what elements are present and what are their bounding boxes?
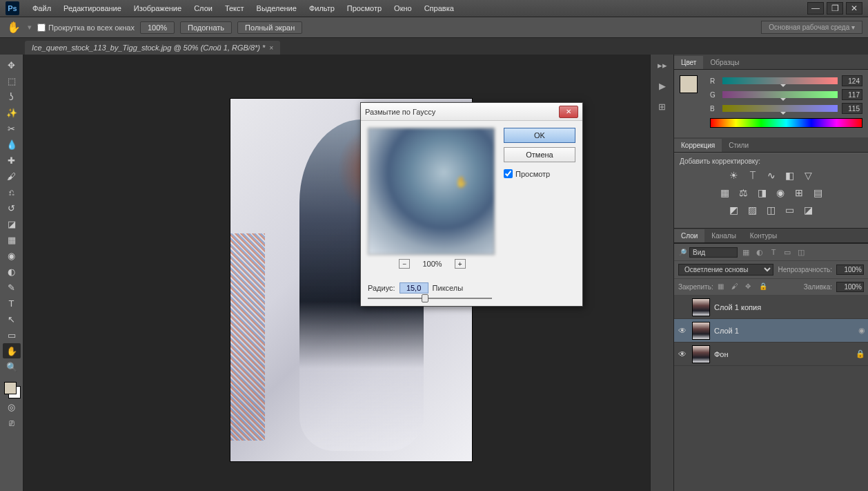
menu-window[interactable]: Окно xyxy=(388,4,418,12)
layer-filter-kind[interactable] xyxy=(689,247,738,258)
filter-smart-icon[interactable]: ◫ xyxy=(796,247,807,258)
hand-tool[interactable]: ✋ xyxy=(3,343,21,358)
layer-row[interactable]: 👁 Слой 1 ◉ xyxy=(674,319,868,343)
slider-thumb[interactable] xyxy=(422,294,428,302)
tab-color[interactable]: Цвет xyxy=(674,56,703,69)
filter-type-icon[interactable]: T xyxy=(768,247,779,258)
blend-mode-select[interactable]: Осветление основы xyxy=(678,264,773,276)
menu-help[interactable]: Справка xyxy=(418,4,460,12)
menu-file[interactable]: Файл xyxy=(26,4,57,12)
layer-name[interactable]: Слой 1 копия xyxy=(714,303,865,311)
tab-paths[interactable]: Контуры xyxy=(743,229,784,242)
lock-transparency-icon[interactable]: ▦ xyxy=(718,282,727,292)
curves-icon[interactable]: ∿ xyxy=(765,169,778,182)
levels-icon[interactable]: ⟙ xyxy=(747,169,759,182)
foreground-color[interactable] xyxy=(4,382,17,394)
preview-area[interactable]: ✋ xyxy=(368,128,495,255)
move-tool[interactable]: ✥ xyxy=(3,57,21,73)
selective-icon[interactable]: ◪ xyxy=(802,204,815,216)
hue-icon[interactable]: ▦ xyxy=(718,186,731,199)
color-swatch[interactable] xyxy=(3,381,21,398)
stamp-tool[interactable]: ⎌ xyxy=(3,184,21,200)
lookup-icon[interactable]: ▤ xyxy=(811,186,824,199)
ok-button[interactable]: OK xyxy=(504,128,575,143)
posterize-icon[interactable]: ▨ xyxy=(747,204,759,216)
lasso-tool[interactable]: ʖ xyxy=(3,89,21,104)
pen-tool[interactable]: ✎ xyxy=(3,280,21,295)
layer-thumbnail[interactable] xyxy=(692,322,710,340)
layer-row[interactable]: 👁 Фон 🔒 xyxy=(674,343,868,366)
dialog-titlebar[interactable]: Размытие по Гауссу ✕ xyxy=(361,103,582,121)
close-button[interactable]: ✕ xyxy=(846,2,862,15)
b-slider[interactable] xyxy=(722,105,838,112)
layer-name[interactable]: Фон xyxy=(714,350,851,358)
tab-styles[interactable]: Стили xyxy=(722,139,756,152)
menu-layers[interactable]: Слои xyxy=(188,4,219,12)
menu-view[interactable]: Просмотр xyxy=(341,4,388,12)
layer-thumbnail[interactable] xyxy=(692,345,710,363)
dialog-close-button[interactable]: ✕ xyxy=(559,106,578,118)
zoom-100-button[interactable]: 100% xyxy=(140,21,175,34)
minimize-button[interactable]: — xyxy=(807,2,824,15)
lock-pixels-icon[interactable]: 🖌 xyxy=(731,282,741,292)
cancel-button[interactable]: Отмена xyxy=(504,147,575,162)
menu-image[interactable]: Изображение xyxy=(128,4,188,12)
maximize-button[interactable]: ❐ xyxy=(827,2,843,15)
color-ramp[interactable] xyxy=(710,118,862,128)
radius-slider[interactable] xyxy=(368,298,492,299)
history-brush-tool[interactable]: ↺ xyxy=(3,200,21,215)
layer-row[interactable]: Слой 1 копия xyxy=(674,296,868,319)
dodge-tool[interactable]: ◐ xyxy=(3,264,21,279)
filter-adj-icon[interactable]: ◐ xyxy=(754,247,765,258)
bw-icon[interactable]: ◨ xyxy=(756,186,768,199)
photofilter-icon[interactable]: ◉ xyxy=(774,186,787,199)
document-tab[interactable]: Ice_queen_stock_113_by_Tigg_stock.jpg @ … xyxy=(25,41,280,55)
screenmode-tool[interactable]: ⎚ xyxy=(3,415,21,430)
fit-button[interactable]: Подогнать xyxy=(180,21,232,34)
shape-tool[interactable]: ▭ xyxy=(3,327,21,343)
mixer-icon[interactable]: ⊞ xyxy=(793,186,805,199)
fullscreen-button[interactable]: Полный экран xyxy=(237,21,302,34)
zoom-in-button[interactable]: + xyxy=(455,259,466,269)
filter-shape-icon[interactable]: ▭ xyxy=(782,247,793,258)
exposure-icon[interactable]: ◧ xyxy=(784,169,796,182)
brush-tool[interactable]: 🖌 xyxy=(3,169,21,184)
threshold-icon[interactable]: ◫ xyxy=(765,204,778,216)
brightness-icon[interactable]: ☀ xyxy=(728,169,740,182)
opacity-input[interactable] xyxy=(836,264,864,275)
hand-tool-icon[interactable]: ✋ xyxy=(6,21,22,35)
visibility-toggle[interactable]: 👁 xyxy=(677,349,688,359)
foreground-swatch[interactable] xyxy=(680,75,698,93)
gradmap-icon[interactable]: ▭ xyxy=(784,204,796,216)
lock-position-icon[interactable]: ✥ xyxy=(745,282,755,292)
actions-icon[interactable]: ▶ xyxy=(655,78,670,93)
properties-icon[interactable]: ⊞ xyxy=(655,99,670,114)
tab-layers[interactable]: Слои xyxy=(674,229,704,242)
vibrance-icon[interactable]: ▽ xyxy=(802,169,815,182)
blur-tool[interactable]: ◉ xyxy=(3,248,21,263)
quickmask-tool[interactable]: ◎ xyxy=(3,399,21,414)
b-value[interactable] xyxy=(842,103,862,114)
r-value[interactable] xyxy=(842,75,862,86)
tab-channels[interactable]: Каналы xyxy=(704,229,743,242)
invert-icon[interactable]: ◩ xyxy=(728,204,740,216)
wand-tool[interactable]: ✨ xyxy=(3,105,21,120)
close-icon[interactable]: × xyxy=(269,44,273,52)
eyedropper-tool[interactable]: 💧 xyxy=(3,137,21,152)
g-value[interactable] xyxy=(842,89,862,100)
layer-name[interactable]: Слой 1 xyxy=(714,327,854,335)
path-tool[interactable]: ↖ xyxy=(3,311,21,327)
crop-tool[interactable]: ✂ xyxy=(3,121,21,136)
menu-text[interactable]: Текст xyxy=(219,4,250,12)
zoom-out-button[interactable]: − xyxy=(399,259,410,269)
menu-filter[interactable]: Фильтр xyxy=(303,4,341,12)
layer-thumbnail[interactable] xyxy=(692,298,710,316)
menu-edit[interactable]: Редактирование xyxy=(57,4,128,12)
zoom-tool[interactable]: 🔍 xyxy=(3,359,21,374)
radius-input[interactable] xyxy=(400,282,428,293)
fill-input[interactable] xyxy=(836,282,864,292)
gradient-tool[interactable]: ▦ xyxy=(3,232,21,247)
tab-swatches[interactable]: Образцы xyxy=(703,56,746,69)
scroll-all-checkbox[interactable]: Прокрутка во всех окнах xyxy=(37,23,135,32)
layer-effects-icon[interactable]: ◉ xyxy=(858,326,865,335)
